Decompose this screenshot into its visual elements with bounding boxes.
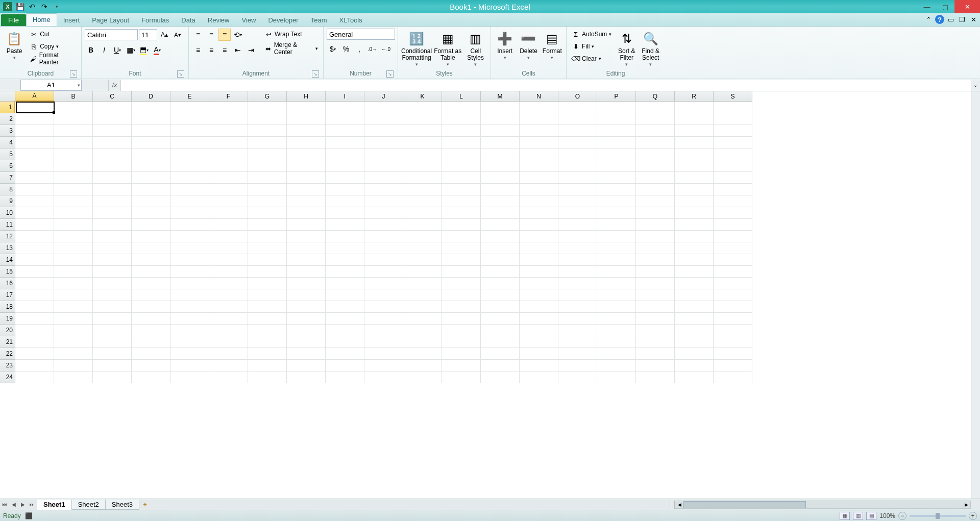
cell[interactable]	[442, 172, 481, 184]
cell[interactable]	[364, 184, 403, 195]
sheet-tab-2[interactable]: Sheet2	[71, 500, 106, 510]
cell[interactable]	[403, 336, 442, 348]
cell[interactable]	[93, 242, 132, 254]
cell[interactable]	[93, 172, 132, 184]
cell[interactable]	[93, 313, 132, 325]
column-header[interactable]: C	[93, 91, 132, 102]
cell[interactable]	[93, 254, 132, 266]
cell[interactable]	[558, 137, 597, 148]
cell[interactable]	[209, 336, 248, 348]
cell[interactable]	[442, 289, 481, 301]
cell[interactable]	[597, 254, 636, 266]
cell[interactable]	[209, 278, 248, 289]
cell[interactable]	[558, 102, 597, 113]
cell[interactable]	[15, 160, 54, 172]
cell[interactable]	[481, 242, 520, 254]
increase-indent-button[interactable]: ⇥	[245, 44, 257, 56]
cell[interactable]	[15, 207, 54, 219]
cell[interactable]	[520, 137, 558, 148]
cell[interactable]	[714, 113, 752, 125]
cell[interactable]	[170, 219, 209, 231]
format-painter-button[interactable]: 🖌Format Painter	[28, 53, 78, 64]
cell[interactable]	[558, 113, 597, 125]
cell[interactable]	[132, 184, 170, 195]
cell[interactable]	[520, 360, 558, 371]
cell[interactable]	[15, 219, 54, 231]
cell[interactable]	[481, 336, 520, 348]
cell[interactable]	[364, 301, 403, 313]
scroll-left-icon[interactable]: ◀	[675, 501, 683, 508]
cell[interactable]	[520, 348, 558, 360]
cell[interactable]	[403, 102, 442, 113]
cell[interactable]	[597, 184, 636, 195]
cell[interactable]	[93, 207, 132, 219]
cell[interactable]	[558, 172, 597, 184]
cell[interactable]	[558, 360, 597, 371]
cell[interactable]	[326, 184, 364, 195]
cell[interactable]	[15, 231, 54, 242]
cell[interactable]	[675, 148, 714, 160]
normal-view-button[interactable]: ▦	[840, 512, 850, 520]
cell[interactable]	[54, 254, 93, 266]
cell[interactable]	[209, 113, 248, 125]
cell[interactable]	[15, 125, 54, 137]
cell[interactable]	[364, 219, 403, 231]
cell[interactable]	[209, 371, 248, 383]
cell[interactable]	[326, 172, 364, 184]
row-header[interactable]: 17	[0, 289, 15, 301]
cell[interactable]	[520, 102, 558, 113]
cell[interactable]	[714, 313, 752, 325]
cell[interactable]	[597, 313, 636, 325]
cell[interactable]	[15, 289, 54, 301]
cell[interactable]	[636, 125, 675, 137]
cell[interactable]	[93, 325, 132, 336]
delete-cells-button[interactable]: ➖Delete▾	[518, 29, 539, 61]
cell[interactable]	[403, 325, 442, 336]
cell[interactable]	[132, 325, 170, 336]
cell[interactable]	[636, 160, 675, 172]
macro-record-icon[interactable]: ⬛	[25, 512, 33, 519]
cell[interactable]	[714, 137, 752, 148]
cell[interactable]	[93, 219, 132, 231]
cell[interactable]	[248, 219, 287, 231]
redo-button[interactable]: ↷	[39, 1, 50, 12]
cell[interactable]	[326, 348, 364, 360]
row-header[interactable]: 5	[0, 148, 15, 160]
column-header[interactable]: N	[520, 91, 558, 102]
row-header[interactable]: 16	[0, 278, 15, 289]
cell[interactable]	[54, 278, 93, 289]
cell[interactable]	[93, 289, 132, 301]
cell[interactable]	[287, 325, 326, 336]
cell[interactable]	[714, 371, 752, 383]
cell[interactable]	[364, 289, 403, 301]
qat-customize-icon[interactable]: ▾	[51, 1, 62, 12]
column-header[interactable]: L	[442, 91, 481, 102]
cell[interactable]	[209, 301, 248, 313]
column-header[interactable]: O	[558, 91, 597, 102]
cell[interactable]	[287, 148, 326, 160]
decrease-decimal-button[interactable]: ←.0	[380, 43, 392, 55]
cell[interactable]	[54, 148, 93, 160]
cell[interactable]	[326, 266, 364, 278]
cell[interactable]	[403, 266, 442, 278]
maximize-button[interactable]: ▢	[936, 0, 954, 13]
cell[interactable]	[132, 219, 170, 231]
cell[interactable]	[287, 301, 326, 313]
cell[interactable]	[15, 184, 54, 195]
cell[interactable]	[597, 360, 636, 371]
cell[interactable]	[132, 301, 170, 313]
cell[interactable]	[481, 219, 520, 231]
cell[interactable]	[442, 325, 481, 336]
cell[interactable]	[132, 125, 170, 137]
cell[interactable]	[520, 325, 558, 336]
cell[interactable]	[287, 113, 326, 125]
cell[interactable]	[170, 360, 209, 371]
cell[interactable]	[442, 125, 481, 137]
cell[interactable]	[364, 325, 403, 336]
cell[interactable]	[209, 160, 248, 172]
cell[interactable]	[326, 137, 364, 148]
cell[interactable]	[326, 371, 364, 383]
cell[interactable]	[520, 278, 558, 289]
cell[interactable]	[15, 313, 54, 325]
cell[interactable]	[636, 266, 675, 278]
